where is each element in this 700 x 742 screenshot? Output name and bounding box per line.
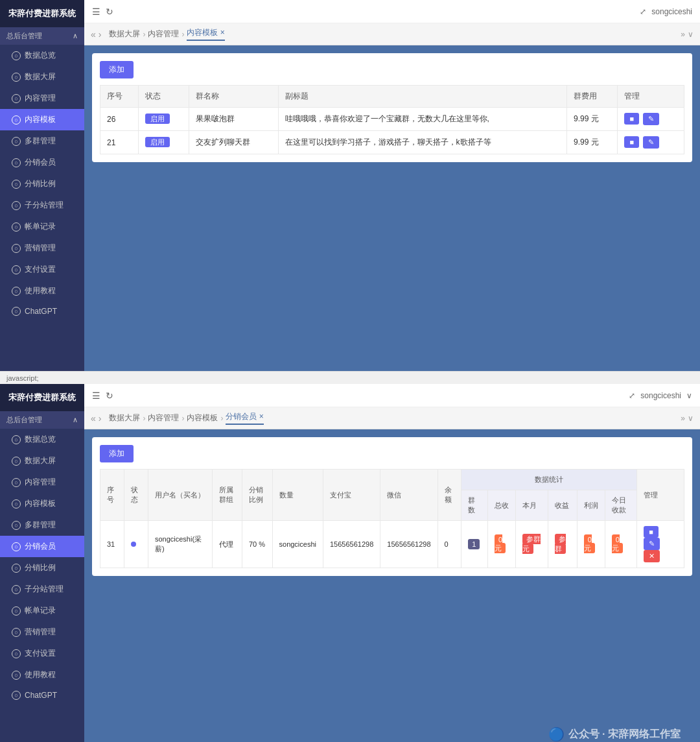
view-button[interactable]: ■ [624, 136, 639, 148]
sidebar-item-marketing-2[interactable]: ○ 营销管理 [0, 621, 84, 643]
th2-wechat: 微信 [380, 470, 438, 521]
breadcrumb-back-icon-2[interactable]: « [91, 413, 96, 424]
content-mgmt-icon-2: ○ [12, 478, 21, 487]
sidebar-item-bigscreen-2[interactable]: ○ 数据大屏 [0, 450, 84, 472]
sidebar-item-payment[interactable]: ○ 支付设置 [0, 259, 84, 280]
income-badge: 参群 [555, 534, 566, 554]
sidebar-item-label: 内容管理 [25, 93, 56, 104]
sidebar-section-admin[interactable]: 总后台管理 ∧ [0, 27, 84, 45]
breadcrumb-forward-icon[interactable]: › [99, 29, 102, 40]
breadcrumb-dist-member[interactable]: 分销会员 × [226, 411, 263, 425]
refresh-icon[interactable]: ↻ [106, 6, 113, 17]
breadcrumb-forward-icon-2[interactable]: › [99, 413, 102, 424]
footer-text: javascript; [6, 374, 39, 382]
sidebar-item-tutorial[interactable]: ○ 使用教程 [0, 280, 84, 302]
chevron-down-icon[interactable]: ∨ [688, 30, 694, 39]
sidebar-item-chatgpt-2[interactable]: ○ ChatGPT [0, 686, 84, 705]
cell2-groups-stat: 1 [461, 521, 488, 568]
sidebar-1: 宋辞付费进群系统 总后台管理 ∧ ○ 数据总览 ○ 数据大屏 ○ 内容管理 ○ … [0, 0, 84, 371]
edit-button[interactable]: ✎ [643, 136, 659, 149]
cell2-ratio: 70 % [242, 521, 272, 568]
breadcrumb-content-template[interactable]: 内容模板 × [187, 27, 224, 41]
sidebar-item-bigscreen[interactable]: ○ 数据大屏 [0, 66, 84, 88]
breadcrumb-datascreen[interactable]: 数据大屏 [109, 29, 140, 40]
delete-button-2[interactable]: ✕ [644, 550, 660, 562]
sidebar-item-content-template-2[interactable]: ○ 内容模板 [0, 493, 84, 514]
sidebar-item-content-mgmt[interactable]: ○ 内容管理 [0, 88, 84, 109]
sidebar-item-payment-2[interactable]: ○ 支付设置 [0, 643, 84, 664]
sidebar-item-overview-2[interactable]: ○ 数据总览 [0, 429, 84, 450]
menu-icon-2[interactable]: ☰ [92, 390, 100, 401]
sidebar-item-billing[interactable]: ○ 帐单记录 [0, 216, 84, 237]
chevron-down-icon-bc[interactable]: ∨ [688, 414, 694, 423]
sidebar-item-content-template[interactable]: ○ 内容模板 [0, 109, 84, 130]
th-name: 群名称 [189, 86, 278, 108]
breadcrumb-content-mgmt-2[interactable]: 内容管理 [148, 413, 179, 424]
add-button-1[interactable]: 添加 [100, 61, 134, 78]
expand-icon-2[interactable]: ⤢ [629, 391, 635, 400]
sidebar-item-dist-ratio-2[interactable]: ○ 分销比例 [0, 557, 84, 579]
view-button-2[interactable]: ■ [644, 526, 659, 538]
th-subtitle: 副标题 [278, 86, 566, 108]
sidebar-item-distribution-ratio[interactable]: ○ 分销比例 [0, 173, 84, 195]
cell2-status [124, 521, 148, 568]
content-template-icon-2: ○ [12, 499, 21, 509]
add-button-2[interactable]: 添加 [100, 445, 134, 462]
sidebar-section-admin-2[interactable]: 总后台管理 ∧ [0, 411, 84, 429]
sidebar-item-label: 分销比例 [25, 178, 56, 189]
sidebar-item-multi-group-2[interactable]: ○ 多群管理 [0, 514, 84, 536]
more-icon-2[interactable]: » [681, 414, 685, 423]
content-inner-2: 添加 序号 状态 用户名（买名） 所属群组 分销比例 数量 支付宝 微信 余额 [92, 437, 692, 576]
edit-button-2[interactable]: ✎ [644, 538, 660, 550]
section-label: 总后台管理 [6, 31, 42, 41]
cell2-balance: 0 [438, 521, 461, 568]
sidebar-item-label: 数据大屏 [25, 455, 56, 466]
sidebar-item-billing-2[interactable]: ○ 帐单记录 [0, 600, 84, 621]
cell-name: 果果啵泡群 [189, 108, 278, 131]
edit-button[interactable]: ✎ [643, 113, 659, 125]
billing-icon-2: ○ [12, 606, 21, 616]
cell-fee: 9.99 元 [567, 131, 618, 154]
breadcrumb-back-icon[interactable]: « [91, 29, 96, 40]
cell2-wechat: 15656561298 [380, 521, 438, 568]
th2-group: 所属群组 [213, 470, 242, 521]
sidebar-item-chatgpt[interactable]: ○ ChatGPT [0, 302, 84, 321]
sidebar-item-marketing[interactable]: ○ 营销管理 [0, 237, 84, 259]
sidebar-item-sub-station[interactable]: ○ 子分站管理 [0, 195, 84, 216]
cell-id: 26 [100, 108, 139, 131]
sidebar-item-dist-member-2[interactable]: ○ 分销会员 [0, 536, 84, 557]
th2-stats: 数据统计 [461, 470, 637, 490]
footer-1: javascript; [0, 371, 700, 384]
refresh-icon-2[interactable]: ↻ [106, 390, 113, 401]
watermark: 🔵 公众号 · 宋辞网络工作室 [548, 726, 681, 742]
sidebar-item-label: 使用教程 [25, 669, 56, 680]
sidebar-item-label: 数据总览 [25, 50, 56, 61]
breadcrumb-content-mgmt[interactable]: 内容管理 [148, 29, 179, 40]
content-template-icon: ○ [12, 115, 21, 125]
bigscreen-icon-2: ○ [12, 457, 21, 466]
th2-manage: 管理 [637, 470, 684, 521]
expand-icon[interactable]: ⤢ [640, 7, 646, 16]
chevron-down-icon-2[interactable]: ∨ [686, 391, 692, 400]
sidebar-item-distribution-member[interactable]: ○ 分销会员 [0, 152, 84, 173]
breadcrumb-content-template-2[interactable]: 内容模板 [187, 413, 218, 424]
cell2-username: songciceshi(采薪) [148, 521, 212, 568]
th2-alipay: 支付宝 [323, 470, 380, 521]
sidebar-item-tutorial-2[interactable]: ○ 使用教程 [0, 664, 84, 686]
main-2: ☰ ↻ ⤢ songciceshi ∨ « › 数据大屏 › 内容管理 › 内容… [84, 384, 700, 742]
chatgpt-icon-2: ○ [12, 691, 21, 700]
th2-today: 今日收款 [605, 490, 636, 521]
overview-icon-2: ○ [12, 435, 21, 444]
today-badge: 0元 [612, 534, 623, 553]
breadcrumb-datascreen-2[interactable]: 数据大屏 [109, 413, 140, 424]
menu-icon[interactable]: ☰ [92, 6, 100, 17]
sidebar-item-overview[interactable]: ○ 数据总览 [0, 45, 84, 66]
more-icon[interactable]: » [681, 30, 685, 39]
sidebar-item-content-mgmt-2[interactable]: ○ 内容管理 [0, 472, 84, 493]
sidebar-item-label: 数据大屏 [25, 71, 56, 82]
panel-1: 宋辞付费进群系统 总后台管理 ∧ ○ 数据总览 ○ 数据大屏 ○ 内容管理 ○ … [0, 0, 700, 371]
view-button[interactable]: ■ [624, 113, 639, 125]
sidebar-item-multi-group[interactable]: ○ 多群管理 [0, 130, 84, 152]
sidebar-item-label: 内容模板 [25, 114, 56, 125]
sidebar-item-sub-station-2[interactable]: ○ 子分站管理 [0, 579, 84, 600]
